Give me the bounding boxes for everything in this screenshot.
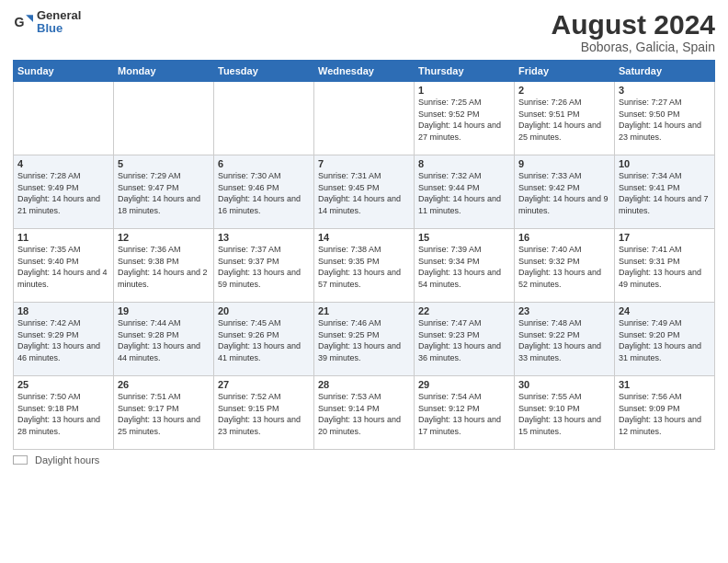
day-number: 14 bbox=[318, 232, 410, 243]
day-info: Sunrise: 7:39 AM Sunset: 9:34 PM Dayligh… bbox=[418, 244, 510, 290]
day-info: Sunrise: 7:48 AM Sunset: 9:22 PM Dayligh… bbox=[518, 317, 610, 363]
calendar-cell: 12Sunrise: 7:36 AM Sunset: 9:38 PM Dayli… bbox=[114, 229, 214, 303]
page-header: G General Blue August 2024 Boboras, Gali… bbox=[13, 9, 715, 54]
day-info: Sunrise: 7:31 AM Sunset: 9:45 PM Dayligh… bbox=[318, 170, 410, 216]
day-info: Sunrise: 7:53 AM Sunset: 9:14 PM Dayligh… bbox=[318, 391, 410, 437]
day-number: 20 bbox=[218, 305, 310, 316]
calendar-week-row: 18Sunrise: 7:42 AM Sunset: 9:29 PM Dayli… bbox=[14, 303, 715, 376]
calendar-table: SundayMondayTuesdayWednesdayThursdayFrid… bbox=[13, 60, 715, 450]
day-number: 22 bbox=[418, 305, 510, 316]
day-info: Sunrise: 7:50 AM Sunset: 9:18 PM Dayligh… bbox=[17, 391, 109, 437]
calendar-cell: 13Sunrise: 7:37 AM Sunset: 9:37 PM Dayli… bbox=[214, 229, 314, 303]
day-number: 30 bbox=[518, 379, 610, 390]
logo-text-general: General bbox=[37, 9, 81, 22]
calendar-cell: 16Sunrise: 7:40 AM Sunset: 9:32 PM Dayli… bbox=[515, 229, 615, 303]
day-info: Sunrise: 7:34 AM Sunset: 9:41 PM Dayligh… bbox=[619, 170, 711, 216]
calendar-cell: 22Sunrise: 7:47 AM Sunset: 9:23 PM Dayli… bbox=[415, 303, 515, 376]
day-info: Sunrise: 7:44 AM Sunset: 9:28 PM Dayligh… bbox=[118, 317, 210, 363]
day-number: 19 bbox=[118, 305, 210, 316]
day-number: 24 bbox=[619, 305, 711, 316]
day-number: 9 bbox=[518, 158, 610, 169]
day-number: 12 bbox=[118, 232, 210, 243]
calendar-cell: 26Sunrise: 7:51 AM Sunset: 9:17 PM Dayli… bbox=[114, 376, 214, 450]
calendar-cell: 1Sunrise: 7:25 AM Sunset: 9:52 PM Daylig… bbox=[415, 82, 515, 155]
calendar-cell: 27Sunrise: 7:52 AM Sunset: 9:15 PM Dayli… bbox=[214, 376, 314, 450]
day-number: 21 bbox=[318, 305, 410, 316]
calendar-cell: 28Sunrise: 7:53 AM Sunset: 9:14 PM Dayli… bbox=[314, 376, 415, 450]
day-info: Sunrise: 7:25 AM Sunset: 9:52 PM Dayligh… bbox=[418, 97, 510, 143]
col-header-saturday: Saturday bbox=[615, 61, 715, 82]
day-number: 26 bbox=[118, 379, 210, 390]
day-info: Sunrise: 7:47 AM Sunset: 9:23 PM Dayligh… bbox=[418, 317, 510, 363]
day-info: Sunrise: 7:27 AM Sunset: 9:50 PM Dayligh… bbox=[619, 97, 711, 143]
calendar-week-row: 25Sunrise: 7:50 AM Sunset: 9:18 PM Dayli… bbox=[14, 376, 715, 450]
calendar-cell bbox=[214, 82, 314, 155]
col-header-monday: Monday bbox=[114, 61, 214, 82]
day-number: 17 bbox=[619, 232, 711, 243]
calendar-header-row: SundayMondayTuesdayWednesdayThursdayFrid… bbox=[14, 61, 715, 82]
day-info: Sunrise: 7:29 AM Sunset: 9:47 PM Dayligh… bbox=[118, 170, 210, 216]
daylight-label: Daylight hours bbox=[35, 454, 99, 465]
calendar-footer: Daylight hours bbox=[13, 454, 715, 465]
day-number: 25 bbox=[17, 379, 109, 390]
logo-icon: G bbox=[13, 12, 33, 32]
day-number: 27 bbox=[218, 379, 310, 390]
day-number: 8 bbox=[418, 158, 510, 169]
calendar-cell: 4Sunrise: 7:28 AM Sunset: 9:49 PM Daylig… bbox=[14, 155, 114, 229]
day-info: Sunrise: 7:41 AM Sunset: 9:31 PM Dayligh… bbox=[619, 244, 711, 290]
day-number: 7 bbox=[318, 158, 410, 169]
day-info: Sunrise: 7:42 AM Sunset: 9:29 PM Dayligh… bbox=[17, 317, 109, 363]
col-header-friday: Friday bbox=[515, 61, 615, 82]
day-number: 5 bbox=[118, 158, 210, 169]
day-info: Sunrise: 7:56 AM Sunset: 9:09 PM Dayligh… bbox=[619, 391, 711, 437]
calendar-cell: 9Sunrise: 7:33 AM Sunset: 9:42 PM Daylig… bbox=[515, 155, 615, 229]
day-number: 29 bbox=[418, 379, 510, 390]
day-info: Sunrise: 7:40 AM Sunset: 9:32 PM Dayligh… bbox=[518, 244, 610, 290]
calendar-cell: 14Sunrise: 7:38 AM Sunset: 9:35 PM Dayli… bbox=[314, 229, 415, 303]
calendar-cell: 11Sunrise: 7:35 AM Sunset: 9:40 PM Dayli… bbox=[14, 229, 114, 303]
day-info: Sunrise: 7:37 AM Sunset: 9:37 PM Dayligh… bbox=[218, 244, 310, 290]
calendar-cell: 3Sunrise: 7:27 AM Sunset: 9:50 PM Daylig… bbox=[615, 82, 715, 155]
calendar-cell: 5Sunrise: 7:29 AM Sunset: 9:47 PM Daylig… bbox=[114, 155, 214, 229]
calendar-cell: 30Sunrise: 7:55 AM Sunset: 9:10 PM Dayli… bbox=[515, 376, 615, 450]
day-number: 16 bbox=[518, 232, 610, 243]
svg-marker-1 bbox=[26, 15, 33, 22]
day-number: 15 bbox=[418, 232, 510, 243]
calendar-week-row: 4Sunrise: 7:28 AM Sunset: 9:49 PM Daylig… bbox=[14, 155, 715, 229]
day-info: Sunrise: 7:46 AM Sunset: 9:25 PM Dayligh… bbox=[318, 317, 410, 363]
daylight-swatch bbox=[13, 455, 28, 465]
main-title: August 2024 bbox=[552, 9, 715, 40]
day-info: Sunrise: 7:52 AM Sunset: 9:15 PM Dayligh… bbox=[218, 391, 310, 437]
day-number: 28 bbox=[318, 379, 410, 390]
calendar-cell: 15Sunrise: 7:39 AM Sunset: 9:34 PM Dayli… bbox=[415, 229, 515, 303]
calendar-cell: 21Sunrise: 7:46 AM Sunset: 9:25 PM Dayli… bbox=[314, 303, 415, 376]
day-info: Sunrise: 7:28 AM Sunset: 9:49 PM Dayligh… bbox=[17, 170, 109, 216]
calendar-cell: 23Sunrise: 7:48 AM Sunset: 9:22 PM Dayli… bbox=[515, 303, 615, 376]
day-info: Sunrise: 7:55 AM Sunset: 9:10 PM Dayligh… bbox=[518, 391, 610, 437]
calendar-cell: 6Sunrise: 7:30 AM Sunset: 9:46 PM Daylig… bbox=[214, 155, 314, 229]
calendar-week-row: 11Sunrise: 7:35 AM Sunset: 9:40 PM Dayli… bbox=[14, 229, 715, 303]
day-number: 23 bbox=[518, 305, 610, 316]
calendar-cell: 2Sunrise: 7:26 AM Sunset: 9:51 PM Daylig… bbox=[515, 82, 615, 155]
calendar-cell: 25Sunrise: 7:50 AM Sunset: 9:18 PM Dayli… bbox=[14, 376, 114, 450]
col-header-thursday: Thursday bbox=[415, 61, 515, 82]
calendar-cell: 7Sunrise: 7:31 AM Sunset: 9:45 PM Daylig… bbox=[314, 155, 415, 229]
calendar-cell bbox=[114, 82, 214, 155]
day-number: 18 bbox=[17, 305, 109, 316]
calendar-cell: 17Sunrise: 7:41 AM Sunset: 9:31 PM Dayli… bbox=[615, 229, 715, 303]
day-info: Sunrise: 7:54 AM Sunset: 9:12 PM Dayligh… bbox=[418, 391, 510, 437]
calendar-cell: 29Sunrise: 7:54 AM Sunset: 9:12 PM Dayli… bbox=[415, 376, 515, 450]
calendar-cell: 8Sunrise: 7:32 AM Sunset: 9:44 PM Daylig… bbox=[415, 155, 515, 229]
col-header-tuesday: Tuesday bbox=[214, 61, 314, 82]
day-info: Sunrise: 7:38 AM Sunset: 9:35 PM Dayligh… bbox=[318, 244, 410, 290]
day-info: Sunrise: 7:36 AM Sunset: 9:38 PM Dayligh… bbox=[118, 244, 210, 290]
day-info: Sunrise: 7:49 AM Sunset: 9:20 PM Dayligh… bbox=[619, 317, 711, 363]
day-number: 2 bbox=[518, 85, 610, 96]
day-info: Sunrise: 7:33 AM Sunset: 9:42 PM Dayligh… bbox=[518, 170, 610, 216]
logo: G General Blue bbox=[13, 9, 81, 36]
day-number: 13 bbox=[218, 232, 310, 243]
day-number: 11 bbox=[17, 232, 109, 243]
day-info: Sunrise: 7:26 AM Sunset: 9:51 PM Dayligh… bbox=[518, 97, 610, 143]
calendar-cell bbox=[314, 82, 415, 155]
calendar-cell bbox=[14, 82, 114, 155]
